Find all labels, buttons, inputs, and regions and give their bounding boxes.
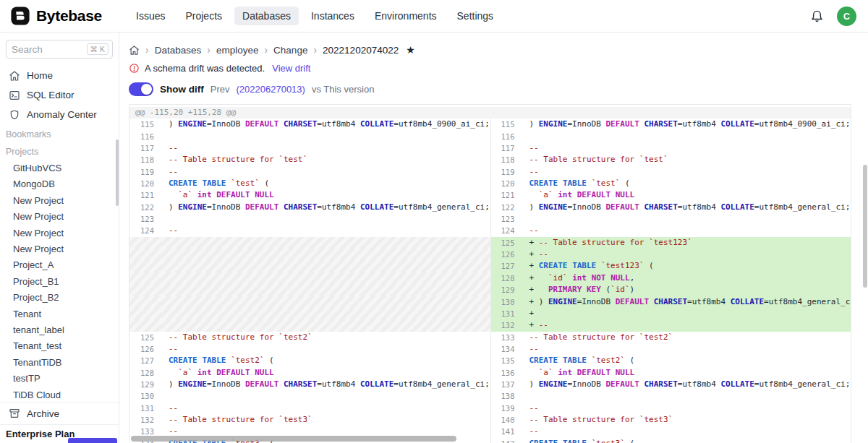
topbar-right: C (810, 7, 856, 26)
upgrade-button[interactable] (68, 438, 117, 443)
sidebar-item-anomaly-center[interactable]: Anomaly Center (0, 105, 119, 124)
new-line-number: 126 (490, 249, 522, 260)
sidebar-project-item[interactable]: TiDB Cloud (0, 387, 119, 403)
sidebar-project-item[interactable]: New Project (0, 192, 119, 208)
prev-label: Prev (210, 84, 230, 95)
breadcrumb-separator: › (313, 44, 317, 56)
new-code-line: + -- Table structure for `test123` (522, 237, 851, 249)
top-nav: IssuesProjectsDatabasesInstancesEnvironm… (128, 7, 501, 25)
bookmark-star-icon[interactable]: ★ (406, 44, 415, 56)
old-code-line (161, 319, 490, 331)
archive-label: Archive (27, 408, 59, 419)
sidebar-project-item[interactable]: Project_B1 (0, 273, 119, 289)
old-code-line (161, 272, 490, 284)
old-code-line (161, 296, 490, 308)
notification-bell-icon[interactable] (810, 9, 824, 23)
old-line-number (129, 272, 161, 284)
projects-section-label: Projects (0, 142, 119, 160)
search-input[interactable]: Search ⌘ K (6, 40, 113, 59)
avatar[interactable]: C (837, 7, 856, 26)
old-code-line: -- (161, 166, 490, 178)
diff-row: 124--124-- (129, 225, 851, 236)
search-placeholder: Search (12, 44, 43, 55)
new-code-line: `a` int DEFAULT NULL (522, 367, 851, 379)
diff-row: 122) ENGINE=InnoDB DEFAULT CHARSET=utf8m… (129, 202, 851, 213)
old-code-line: ) ENGINE=InnoDB DEFAULT CHARSET=utf8mb4 … (161, 119, 490, 130)
breadcrumb-item[interactable]: employee (216, 45, 259, 56)
sidebar-project-item[interactable]: testTP (0, 370, 119, 386)
sidebar-project-item[interactable]: New Project (0, 225, 119, 241)
bytebase-logo-icon (10, 6, 30, 26)
diff-row: 125+ -- Table structure for `test123` (129, 237, 851, 249)
sidebar-project-item[interactable]: Tenant (0, 306, 119, 322)
new-line-number: 125 (490, 237, 522, 249)
bookmarks-section-label: Bookmarks (0, 124, 119, 142)
nav-issues[interactable]: Issues (128, 7, 173, 25)
old-line-number (129, 284, 161, 296)
nav-databases[interactable]: Databases (234, 7, 299, 25)
diff-row: 126+ -- (129, 249, 851, 260)
nav-instances[interactable]: Instances (303, 7, 362, 25)
diff-horizontal-scrollbar[interactable] (131, 436, 456, 442)
old-code-line: CREATE TABLE `test` ( (161, 178, 490, 189)
old-code-line: ) ENGINE=InnoDB DEFAULT CHARSET=utf8mb4 … (161, 379, 490, 390)
toggle-knob (141, 84, 152, 95)
new-line-number: 122 (490, 202, 522, 213)
page-scrollbar[interactable] (863, 165, 867, 288)
sidebar-project-item[interactable]: Project_A (0, 257, 119, 273)
new-line-number: 133 (490, 332, 522, 343)
new-line-number: 127 (490, 260, 522, 272)
new-code-line: + -- (522, 319, 851, 331)
new-code-line: + (522, 308, 851, 319)
sidebar-project-item[interactable]: tenant_label (0, 322, 119, 337)
new-line-number: 132 (490, 319, 522, 331)
show-diff-toggle[interactable] (129, 82, 153, 96)
prev-version-link[interactable]: (202206270013) (236, 84, 305, 95)
diff-row: 130138 (129, 390, 851, 402)
old-line-number: 124 (129, 225, 161, 236)
sidebar-project-item[interactable]: TenantTiDB (0, 354, 119, 370)
diff-row: 127CREATE TABLE `test2` (135CREATE TABLE… (129, 355, 851, 366)
breadcrumb-item[interactable]: Databases (155, 45, 202, 56)
breadcrumb: ›Databases›employee›Change›2022120207402… (129, 42, 851, 58)
view-drift-link[interactable]: View drift (272, 63, 310, 74)
new-line-number: 121 (490, 189, 522, 201)
nav-projects[interactable]: Projects (177, 7, 230, 25)
nav-environments[interactable]: Environments (367, 7, 445, 25)
old-line-number (129, 308, 161, 319)
old-line-number: 130 (129, 390, 161, 402)
home-icon (9, 70, 20, 82)
old-code-line: `a` int DEFAULT NULL (161, 189, 490, 201)
breadcrumb-item[interactable]: Change (273, 45, 307, 56)
plan-row: Enterprise Plan (0, 424, 119, 443)
sidebar-project-item[interactable]: Project_B2 (0, 290, 119, 306)
sidebar-project-item[interactable]: Tenant_test (0, 338, 119, 354)
old-line-number: 122 (129, 202, 161, 213)
sidebar-item-home[interactable]: Home (0, 66, 119, 85)
diff-row: 128+ `id` int NOT NULL, (129, 272, 851, 284)
bytebase-brand[interactable]: Bytebase (10, 6, 119, 26)
sidebar-project-item[interactable]: GitHubVCS (0, 160, 119, 176)
sidebar-item-sql-editor[interactable]: SQL Editor (0, 85, 119, 105)
sidebar-scrollbar[interactable] (116, 139, 119, 206)
sidebar-item-archive[interactable]: Archive (0, 403, 119, 423)
old-line-number: 126 (129, 343, 161, 355)
new-code-line: + `id` int NOT NULL, (522, 272, 851, 284)
old-line-number: 129 (129, 379, 161, 390)
sidebar-project-item[interactable]: New Project (0, 241, 119, 257)
sidebar-project-item[interactable]: New Project (0, 209, 119, 225)
new-line-number: 115 (490, 119, 522, 130)
new-line-number: 131 (490, 308, 522, 319)
home-icon[interactable] (129, 45, 140, 56)
old-line-number: 125 (129, 332, 161, 343)
diff-row: 118-- Table structure for `test`118-- Ta… (129, 154, 851, 165)
old-code-line (161, 308, 490, 319)
nav-settings[interactable]: Settings (449, 7, 502, 25)
vs-label: vs This version (312, 84, 374, 95)
old-line-number: 128 (129, 367, 161, 379)
new-line-number: 135 (490, 355, 522, 366)
old-line-number: 117 (129, 142, 161, 154)
diff-editor[interactable]: @@ -115,20 +115,28 @@115) ENGINE=InnoDB … (129, 104, 851, 443)
sidebar-project-item[interactable]: MongoDB (0, 176, 119, 192)
old-code-line: -- Table structure for `test` (161, 154, 490, 165)
